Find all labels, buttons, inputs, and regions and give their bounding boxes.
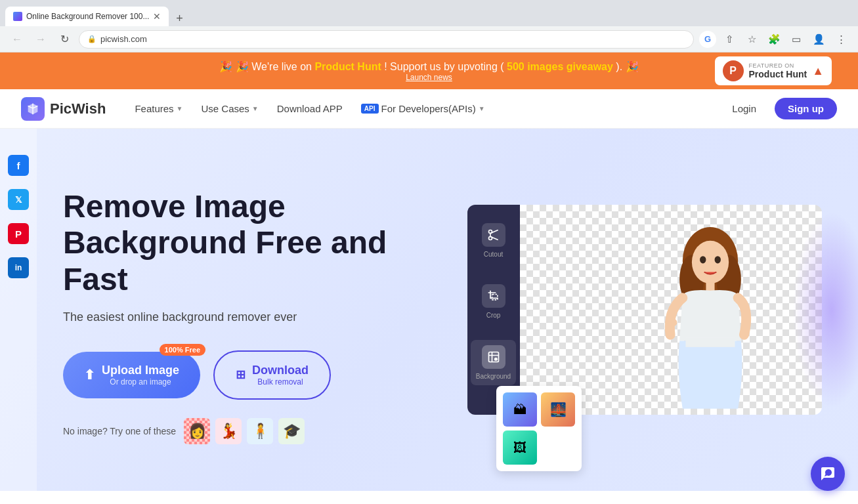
svg-point-4 — [494, 358, 497, 361]
svg-point-8 — [691, 241, 728, 284]
back-button[interactable]: ← — [8, 30, 26, 49]
nav-items: Features ▼ Use Cases ▼ Download APP API … — [127, 98, 721, 119]
thumb-2[interactable]: 🌉 — [541, 392, 575, 427]
logo-svg — [26, 102, 40, 116]
cutout-icon — [482, 223, 505, 247]
logo-icon — [21, 97, 45, 121]
share-button[interactable]: ⇧ — [720, 30, 739, 49]
active-tab[interactable]: Online Background Remover 100... ✕ — [5, 7, 169, 26]
address-bar[interactable]: 🔒 picwish.com — [79, 30, 694, 49]
banner-emoji-right: 🎉 — [626, 61, 639, 72]
nav-features[interactable]: Features ▼ — [127, 98, 190, 119]
download-btn-label: Download — [252, 364, 309, 377]
developers-chevron-icon: ▼ — [479, 105, 485, 112]
sample-image-2[interactable]: 💃 — [215, 418, 242, 444]
tab-close-icon[interactable]: ✕ — [153, 11, 161, 22]
toolbar-background[interactable]: Background — [471, 340, 516, 385]
extensions-button[interactable]: 🧩 — [765, 30, 783, 49]
use-cases-chevron-icon: ▼ — [252, 105, 259, 112]
image-preview-area — [520, 205, 822, 415]
app-toolbar: Cutout Crop — [467, 205, 520, 415]
sample-image-1[interactable]: 👩 — [184, 418, 210, 444]
app-preview: Cutout Crop — [467, 205, 822, 415]
drop-label: Or drop an image — [110, 377, 171, 387]
svg-point-10 — [714, 256, 720, 263]
banner-emoji-left: 🎉 — [219, 61, 232, 72]
upload-btn-inner: Upload Image Or drop an image — [102, 364, 179, 387]
ph-badge-text: FEATURED ON Product Hunt — [749, 62, 807, 79]
sample-image-3[interactable]: 🧍 — [247, 418, 273, 444]
nav-use-cases[interactable]: Use Cases ▼ — [194, 98, 267, 119]
nav-for-developers[interactable]: API For Developers(APIs) ▼ — [353, 98, 493, 119]
model-svg — [625, 218, 796, 415]
model-image — [599, 205, 822, 415]
background-label: Background — [476, 373, 511, 380]
crop-icon — [482, 284, 505, 308]
svg-rect-12 — [685, 338, 735, 347]
nav-download-app[interactable]: Download APP — [269, 98, 351, 119]
crop-label: Crop — [486, 312, 501, 319]
chat-widget[interactable] — [811, 457, 845, 491]
lock-icon: 🔒 — [87, 35, 97, 43]
toolbar-crop[interactable]: Crop — [477, 279, 511, 324]
banner-main-text: 🎉 🎉 We're live on Product Hunt ! Support… — [219, 60, 638, 73]
facebook-icon[interactable]: f — [8, 155, 29, 176]
banner-prefix: 🎉 We're live on — [236, 61, 315, 72]
twitter-icon[interactable]: 𝕏 — [8, 189, 29, 210]
banner-giveaway: 500 images giveaway — [507, 61, 613, 72]
upload-icon: ⬆ — [84, 367, 95, 383]
upload-button[interactable]: 100% Free ⬆ Upload Image Or drop an imag… — [63, 352, 200, 398]
thumb-3[interactable]: 🖼 — [503, 430, 537, 465]
login-button[interactable]: Login — [721, 98, 767, 119]
upload-btn-label: Upload Image — [102, 364, 179, 377]
announcement-banner: 🎉 🎉 We're live on Product Hunt ! Support… — [0, 52, 858, 89]
new-tab-button[interactable]: + — [171, 10, 187, 26]
svg-point-9 — [700, 256, 706, 263]
browser-nav: ← → ↻ 🔒 picwish.com G ⇧ ☆ 🧩 ▭ 👤 ⋮ — [0, 26, 858, 52]
product-hunt-badge[interactable]: P FEATURED ON Product Hunt ▲ — [715, 56, 832, 85]
features-chevron-icon: ▼ — [177, 105, 183, 112]
forward-button[interactable]: → — [32, 30, 50, 49]
browser-tabs: Online Background Remover 100... ✕ + — [5, 0, 187, 26]
svg-rect-2 — [492, 295, 497, 300]
signup-button[interactable]: Sign up — [775, 98, 837, 119]
ph-featured-text: FEATURED ON — [749, 62, 807, 69]
launch-news-link[interactable]: Launch news — [406, 73, 452, 82]
no-image-row: No image? Try one of these 👩 💃 🧍 🎓 — [63, 418, 404, 444]
bulk-removal-label: Bulk removal — [257, 377, 303, 387]
bookmark-button[interactable]: ☆ — [742, 30, 761, 49]
social-sidebar: f 𝕏 P in — [0, 129, 37, 491]
reload-button[interactable]: ↻ — [55, 30, 74, 49]
sample-images: 👩 💃 🧍 🎓 — [184, 418, 305, 444]
logo[interactable]: PicWish — [21, 97, 106, 121]
thumbnail-panel: 🏔 🌉 🖼 — [496, 386, 582, 471]
svg-rect-3 — [488, 352, 498, 362]
banner-content: 🎉 🎉 We're live on Product Hunt ! Support… — [219, 60, 638, 82]
tab-title: Online Background Remover 100... — [26, 12, 149, 21]
no-image-text: No image? Try one of these — [63, 426, 176, 436]
menu-button[interactable]: ⋮ — [832, 30, 850, 49]
hero-subtitle: The easiest online background remover ev… — [63, 310, 404, 324]
profile-button[interactable]: 👤 — [809, 30, 828, 49]
hero-section: f 𝕏 P in Remove Image Background Free an… — [0, 129, 858, 491]
nav-right: Login Sign up — [721, 98, 837, 119]
download-button[interactable]: ⊞ Download Bulk removal — [213, 350, 331, 400]
google-icon[interactable]: G — [699, 31, 716, 48]
cutout-label: Cutout — [484, 251, 503, 258]
pinterest-icon[interactable]: P — [8, 223, 29, 244]
thumb-1[interactable]: 🏔 — [503, 392, 537, 427]
download-btn-inner: Download Bulk removal — [252, 364, 309, 387]
linkedin-icon[interactable]: in — [8, 257, 29, 278]
chat-icon — [820, 466, 836, 482]
hero-content: Remove Image Background Free and Fast Th… — [37, 129, 431, 491]
main-nav: PicWish Features ▼ Use Cases ▼ Download … — [0, 89, 858, 129]
ph-logo: P — [723, 60, 744, 81]
banner-product-hunt: Product Hunt — [314, 61, 381, 72]
sample-image-4[interactable]: 🎓 — [278, 418, 305, 444]
free-badge: 100% Free — [160, 344, 205, 356]
sidebar-button[interactable]: ▭ — [787, 30, 805, 49]
banner-end: ). — [616, 61, 622, 72]
toolbar-cutout[interactable]: Cutout — [477, 218, 511, 263]
api-badge: API — [361, 104, 379, 114]
windows-icon: ⊞ — [236, 368, 246, 382]
